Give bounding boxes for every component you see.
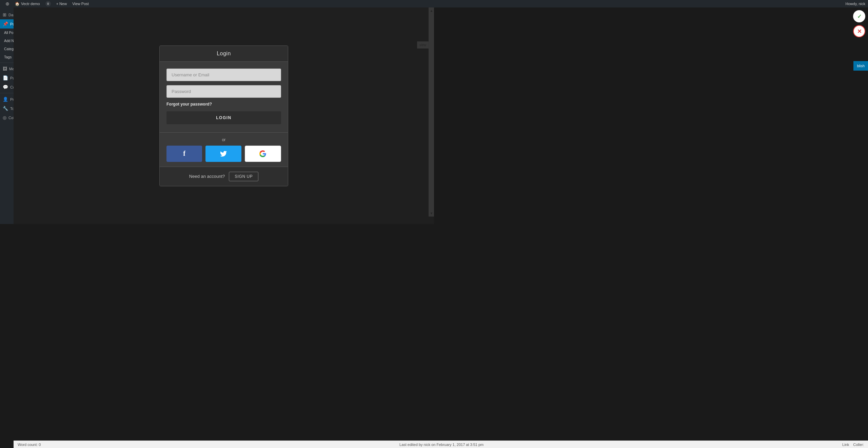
sidebar-item-profile[interactable]: 👤 Prof — [0, 95, 14, 104]
facebook-icon: f — [183, 150, 185, 157]
sidebar-item-all-posts[interactable]: All Posts — [0, 29, 14, 37]
add-new-label: Add New — [4, 39, 14, 43]
sidebar-item-label: Med — [9, 67, 14, 71]
google-g-icon — [259, 150, 267, 157]
sidebar-item-add-new[interactable]: Add New — [0, 37, 14, 45]
sidebar-item-label: Colla — [8, 116, 14, 120]
sidebar-item-posts[interactable]: 📌 Post — [0, 19, 14, 29]
login-modal-header: Login — [160, 46, 288, 62]
google-login-button[interactable] — [245, 146, 281, 162]
sidebar-item-tags[interactable]: Tags — [0, 53, 14, 61]
site-icon: 🏠 — [15, 2, 20, 6]
site-name: Vectr demo — [21, 2, 40, 6]
sidebar-item-tools[interactable]: 🔧 Tool — [0, 104, 14, 113]
login-modal: Login Forgot your password? LOGIN or f — [159, 45, 288, 186]
tags-label: Tags — [4, 55, 12, 59]
media-icon: 🖼 — [3, 66, 7, 71]
sidebar-item-label: Dash — [8, 13, 14, 17]
sidebar-item-label: Page — [10, 76, 14, 80]
sidebar-divider-2 — [0, 93, 14, 93]
admin-bar-items: ⊕ 🏠 Vectr demo 0 + New View Post — [3, 0, 434, 7]
forgot-password-link[interactable]: Forgot your password? — [166, 102, 281, 107]
posts-icon: 📌 — [3, 21, 8, 26]
twitter-bird-icon — [220, 150, 227, 157]
facebook-login-button[interactable]: f — [166, 146, 202, 162]
comments-icon: 💬 — [3, 85, 8, 90]
admin-bar-site[interactable]: 🏠 Vectr demo — [12, 0, 43, 7]
sidebar-item-dashboard[interactable]: ⊞ Dash — [0, 10, 14, 19]
main-layout: ⊞ Dash 📌 Post All Posts Add New Categori… — [0, 0, 434, 224]
tools-icon: 🔧 — [3, 106, 8, 111]
password-input[interactable] — [166, 85, 281, 98]
twitter-login-button[interactable] — [205, 146, 241, 162]
sidebar-item-label: Post — [10, 22, 14, 26]
sidebar-divider-1 — [0, 62, 14, 63]
categories-label: Categori — [4, 47, 14, 51]
modal-overlay[interactable]: Login Forgot your password? LOGIN or f — [14, 7, 434, 224]
login-modal-footer: Need an account? SIGN UP — [160, 167, 288, 186]
sidebar-item-pages[interactable]: 📄 Page — [0, 73, 14, 82]
sidebar-item-label: Com — [10, 85, 14, 89]
admin-bar: ⊕ 🏠 Vectr demo 0 + New View Post Howdy, … — [0, 0, 434, 7]
admin-bar-comments[interactable]: 0 — [43, 0, 54, 7]
sidebar-item-collapse[interactable]: ◎ Colla — [0, 113, 14, 122]
collapse-icon: ◎ — [3, 115, 6, 120]
sign-up-button[interactable]: SIGN UP — [229, 172, 258, 181]
admin-bar-wp[interactable]: ⊕ — [3, 0, 12, 7]
new-label: + New — [56, 2, 67, 6]
view-post-label: View Post — [72, 2, 89, 6]
sidebar-item-comments[interactable]: 💬 Com — [0, 82, 14, 92]
sidebar-item-label: Prof — [10, 97, 14, 101]
login-modal-title: Login — [166, 51, 281, 57]
login-modal-body: Forgot your password? LOGIN — [160, 62, 288, 131]
username-input[interactable] — [166, 69, 281, 81]
login-or-divider: or — [160, 132, 288, 146]
comments-count: 0 — [45, 1, 51, 6]
login-button[interactable]: LOGIN — [166, 111, 281, 124]
admin-bar-view-post[interactable]: View Post — [70, 0, 92, 7]
pages-icon: 📄 — [3, 75, 8, 80]
profile-icon: 👤 — [3, 97, 8, 102]
content-area: Login Forgot your password? LOGIN or f — [14, 7, 434, 224]
need-account-text: Need an account? — [189, 174, 225, 179]
sidebar-item-categories[interactable]: Categori — [0, 45, 14, 53]
social-buttons: f — [160, 146, 288, 167]
sidebar-item-label: Tool — [10, 107, 14, 111]
dashboard-icon: ⊞ — [3, 12, 6, 17]
sidebar-item-media[interactable]: 🖼 Med — [0, 64, 14, 73]
or-text: or — [222, 137, 226, 142]
sidebar: ⊞ Dash 📌 Post All Posts Add New Categori… — [0, 7, 14, 224]
wp-icon: ⊕ — [5, 1, 9, 6]
all-posts-label: All Posts — [4, 31, 14, 35]
admin-bar-new[interactable]: + New — [54, 0, 70, 7]
